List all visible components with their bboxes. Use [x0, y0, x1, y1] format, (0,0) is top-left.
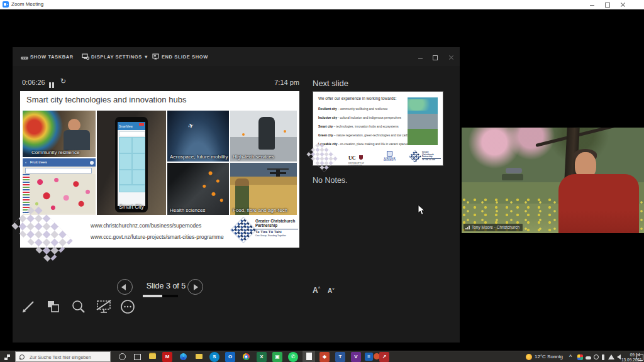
skype-button[interactable]: S — [209, 352, 219, 362]
purple-app-button[interactable]: V — [351, 352, 361, 362]
black-screen-icon — [95, 299, 114, 315]
increase-font-icon: A — [313, 286, 318, 295]
weather-status[interactable]: 12°C Sonnig — [535, 351, 563, 362]
red-app-button[interactable]: ↗ — [379, 352, 389, 362]
map-header: ‹ Fruit trees — [23, 158, 96, 167]
app-tile — [132, 170, 145, 185]
next-slide-thumbnail[interactable]: We offer our experience in working towar… — [313, 91, 443, 166]
gcp-name-line1: Greater Christchurch — [255, 219, 298, 223]
elapsed-timer: 0:06:26 — [22, 79, 45, 86]
show-taskbar-button[interactable]: SHOW TASKBAR — [30, 54, 74, 60]
action-center-icon[interactable] — [636, 354, 643, 361]
zoom-slide-button[interactable] — [70, 299, 87, 315]
bullet-text: – community wellbeing and resilience — [337, 107, 388, 111]
display-settings-button[interactable]: DISPLAY SETTINGS ▼ — [91, 54, 149, 60]
whatsapp-button[interactable]: ✆ — [288, 352, 298, 362]
park-bench — [502, 174, 523, 180]
restore-button[interactable] — [605, 3, 610, 8]
close-button[interactable] — [620, 2, 625, 7]
gcp-maori-name: Te Tira Tū Tahi — [255, 229, 298, 234]
slide-url-2: www.ccc.govt.nz/future-projects/smart-ci… — [91, 234, 224, 240]
pause-icon — [52, 82, 54, 88]
network-icon[interactable] — [608, 354, 614, 359]
slide-title: Smart city technologies and innovation h… — [26, 95, 186, 104]
presenter-toolbar — [13, 47, 460, 66]
green-app-button[interactable]: ▣ — [272, 352, 282, 362]
sync-icon[interactable] — [594, 354, 599, 359]
lincoln-logo: LINCOLN UNIVERSITY — [384, 151, 396, 162]
gcp-name-line2: Partnership — [255, 223, 298, 228]
next-slide-bullet: Resilient city – community wellbeing and… — [318, 107, 387, 111]
mcafee-button[interactable]: M — [162, 352, 172, 362]
teams-button[interactable]: T — [335, 352, 345, 362]
tile-label: Food, fibre and agri-tech — [233, 207, 287, 213]
os-titlebar: Zoom Meeting — [0, 0, 644, 9]
end-slide-show-button[interactable]: END SLIDE SHOW — [162, 54, 208, 60]
current-slide[interactable]: Smart city technologies and innovation h… — [20, 91, 299, 248]
cloud-icon[interactable] — [586, 356, 591, 359]
notes-placeholder: No Notes. — [313, 176, 348, 185]
explorer-window-button[interactable] — [194, 352, 204, 362]
volume-icon[interactable] — [617, 354, 621, 359]
color-app-tray-icon[interactable] — [577, 354, 583, 360]
chrome-icon — [243, 353, 250, 360]
next-slide-bullet: Smart city – technologies, innovation hu… — [318, 125, 399, 128]
file-explorer-button[interactable] — [147, 352, 157, 362]
word-document-button[interactable] — [304, 352, 314, 362]
mural-photo-strip — [408, 97, 438, 145]
search-input[interactable] — [28, 353, 109, 362]
webcam-video[interactable]: Tony Moore - Christchurch — [462, 128, 644, 233]
signal-strength-icon — [465, 226, 470, 229]
weather-sun-icon — [526, 354, 532, 360]
outlook-button[interactable]: O — [225, 352, 235, 362]
restart-timer-button[interactable]: ↻ — [60, 77, 66, 85]
hidden-icons-chevron[interactable]: ^ — [569, 351, 572, 362]
photo-health-sciences: Health sciences — [167, 163, 229, 215]
orange-app-icon: ◆ — [323, 354, 326, 359]
uc-logo-sub2: CANTERBURY — [348, 165, 364, 167]
decrease-font-button[interactable]: A˅ — [328, 287, 335, 294]
increase-font-button[interactable]: A˄ — [313, 286, 320, 295]
search-icon — [19, 354, 25, 359]
pause-timer-button[interactable] — [49, 79, 54, 90]
task-view-button[interactable] — [132, 352, 142, 362]
black-screen-button[interactable] — [95, 299, 111, 315]
bullet-text: - co-creation, place making and life in … — [337, 143, 408, 146]
bullet-text: - cultural inclusion and indigenous pers… — [337, 116, 401, 119]
bullet-text: – nature regeneration, green-technologie… — [333, 134, 411, 137]
back-chevron-icon: ‹ — [25, 160, 26, 164]
minimize-button[interactable] — [590, 5, 594, 6]
speaker-shirt — [558, 174, 639, 233]
tile-label: High-tech services — [233, 154, 274, 160]
powerpoint-icon — [374, 353, 380, 359]
participant-name: Tony Moore - Christchurch — [472, 225, 519, 229]
presenter-minimize-button[interactable] — [418, 58, 423, 58]
presenter-restore-button[interactable] — [433, 55, 438, 60]
tile-label: Community resilience — [31, 150, 79, 155]
see-all-slides-button[interactable] — [45, 299, 62, 315]
presenter-close-button[interactable] — [448, 55, 453, 60]
app-search-bar — [119, 131, 145, 136]
excel-icon: X — [260, 354, 263, 359]
next-slide-bullet: Green city – nature regeneration, green-… — [318, 134, 411, 137]
participant-name-label: Tony Moore - Christchurch — [464, 224, 523, 231]
chrome-button[interactable] — [241, 352, 251, 362]
cortana-button[interactable] — [117, 352, 127, 362]
taskbar-search[interactable] — [15, 351, 111, 362]
excel-button[interactable]: X — [257, 352, 267, 362]
previous-slide-button[interactable] — [117, 279, 133, 295]
orange-app-button[interactable]: ◆ — [319, 352, 330, 362]
uc-logo-text: UC — [348, 155, 356, 161]
teams-icon: T — [339, 354, 342, 359]
next-slide-button[interactable] — [187, 279, 203, 295]
app-header: SmartView — [118, 122, 145, 130]
next-slide-bullet: Loveable city - co-creation, place makin… — [318, 143, 408, 146]
phone-icon[interactable] — [602, 354, 604, 360]
file-explorer-icon — [149, 354, 156, 359]
start-button[interactable] — [0, 351, 15, 362]
pen-tools-button[interactable] — [20, 299, 36, 315]
edge-button[interactable] — [178, 352, 188, 362]
more-options-button[interactable] — [119, 299, 136, 315]
end-slide-show-icon — [152, 53, 160, 60]
exoskeleton-figure — [258, 117, 275, 150]
